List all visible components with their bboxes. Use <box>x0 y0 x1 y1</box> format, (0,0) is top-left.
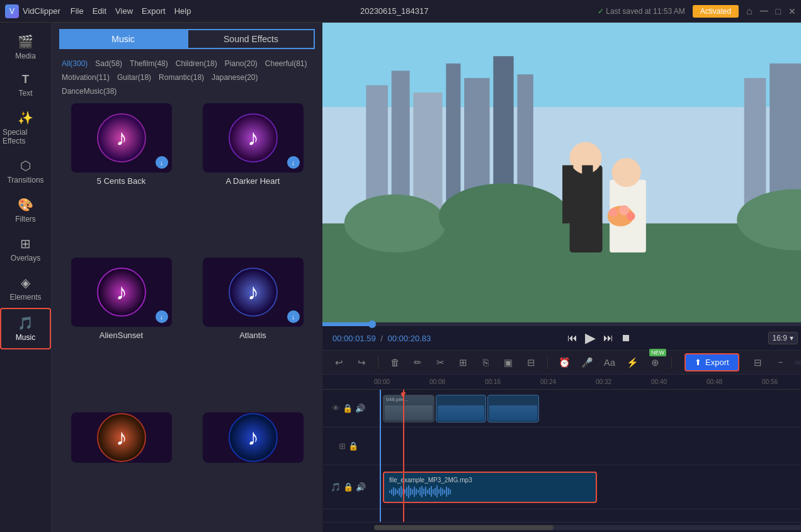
total-time: 00:00:20.83 <box>388 334 431 343</box>
filter-motivation[interactable]: Motivation(11) <box>59 72 112 83</box>
timeline-content: ▼ 048-pile... <box>374 390 801 522</box>
video-clip-3[interactable]: AlexPaig... <box>487 395 539 422</box>
zoom-out-button[interactable]: － <box>772 354 790 371</box>
wave-bar <box>442 489 443 495</box>
music-item-1[interactable]: ♪ ↓ 5 Cents Back <box>59 103 183 250</box>
aspect-ratio-value: 16:9 <box>773 334 787 342</box>
audio-vol-icon[interactable]: 🔊 <box>356 482 366 492</box>
filter-dancemusic[interactable]: DanceMusic(38) <box>59 86 119 97</box>
filter-all[interactable]: All(300) <box>59 58 90 69</box>
audio-button[interactable]: 🎤 <box>578 354 596 371</box>
undo-button[interactable]: ↩ <box>330 354 348 371</box>
menu-help[interactable]: Help <box>174 6 191 16</box>
tab-music[interactable]: Music <box>59 29 187 49</box>
svg-text:♪: ♪ <box>247 125 259 150</box>
music-item-4[interactable]: ♪ ↓ Atlantis <box>191 258 315 404</box>
copy-button[interactable]: ⎘ <box>477 354 494 371</box>
main-layout: 🎬 Media T Text ✨ Special Effects ⬡ Trans… <box>0 23 801 532</box>
music-label-4: Atlantis <box>239 331 266 340</box>
edit-button[interactable]: ✏ <box>409 354 426 371</box>
audio-lock-icon[interactable]: 🔒 <box>343 482 353 492</box>
video-clip-2[interactable]: AlexPaig... <box>436 395 486 422</box>
menu-edit[interactable]: Edit <box>93 6 106 16</box>
music-thumb-4: ♪ ↓ <box>203 258 304 327</box>
filter-children[interactable]: Children(18) <box>173 58 220 69</box>
sidebar-item-text[interactable]: T Text <box>0 67 51 104</box>
audio-eye-icon[interactable]: 🎵 <box>331 482 341 492</box>
menu-export[interactable]: Export <box>142 6 166 16</box>
clock-button[interactable]: ⏰ <box>555 354 573 371</box>
aspect-ratio-selector[interactable]: 16:9 ▾ <box>768 332 798 344</box>
fit-timeline-button[interactable]: ⊟ <box>749 354 767 371</box>
toolbar-divider-2 <box>547 356 548 369</box>
activated-button[interactable]: Activated <box>693 5 739 18</box>
music-item-3[interactable]: ♪ ↓ AlienSunset <box>59 258 183 404</box>
sidebar-item-special-effects[interactable]: ✨ Special Effects <box>0 104 51 152</box>
effect-button[interactable]: ⚡ <box>623 354 641 371</box>
ruler-mark-2: 00:16 <box>485 378 540 385</box>
filter-guitar[interactable]: Guitar(18) <box>115 72 154 83</box>
h-scrollbar-thumb[interactable] <box>374 525 554 530</box>
filter-sad[interactable]: Sad(58) <box>93 58 125 69</box>
sidebar-item-overlays[interactable]: ⊞ Overlays <box>0 230 51 269</box>
wave-bar <box>436 485 438 497</box>
play-button[interactable]: ▶ <box>585 330 596 346</box>
music-item-5[interactable]: ♪ <box>59 412 183 463</box>
special-effects-icon: ✨ <box>18 110 33 125</box>
video-clip-1[interactable]: 048-pile... <box>383 395 435 422</box>
cut-button[interactable]: ✂ <box>431 354 449 371</box>
menu-view[interactable]: View <box>115 6 133 16</box>
step-forward-button[interactable]: ⏭ <box>603 332 613 344</box>
stop-button[interactable]: ⏹ <box>621 332 631 344</box>
clip-2-thumb <box>438 405 484 421</box>
menu-file[interactable]: File <box>71 6 84 16</box>
svg-text:♪: ♪ <box>116 279 127 305</box>
filter-thefilm[interactable]: Thefilm(48) <box>127 58 171 69</box>
text-overlay-button[interactable]: Aa <box>601 354 618 371</box>
track-volume-icon[interactable]: 🔊 <box>355 404 365 413</box>
download-badge-4: ↓ <box>287 310 300 323</box>
delete-button[interactable]: 🗑 <box>386 354 404 371</box>
sidebar-item-elements[interactable]: ◈ Elements <box>0 269 51 308</box>
audio-clip[interactable]: file_example_MP3_2MG.mp3 <box>383 472 597 503</box>
close-icon[interactable]: ✕ <box>788 6 796 16</box>
sidebar: 🎬 Media T Text ✨ Special Effects ⬡ Trans… <box>0 23 52 532</box>
minimize-icon[interactable]: ─ <box>760 4 768 18</box>
svg-point-26 <box>344 195 446 252</box>
sidebar-item-media[interactable]: 🎬 Media <box>0 28 51 67</box>
sidebar-item-music[interactable]: 🎵 Music <box>0 308 51 349</box>
filter-japanese[interactable]: Japanese(20) <box>209 72 260 83</box>
bottom-scrollbar[interactable] <box>322 522 801 532</box>
ruler-mark-0: 00:00 <box>374 378 429 385</box>
music-item-6[interactable]: ♪ <box>191 412 315 463</box>
timeline-button[interactable]: ⊟ <box>522 354 540 371</box>
sidebar-item-filters[interactable]: 🎨 Filters <box>0 191 51 230</box>
track-add-icon[interactable]: ⊞ <box>339 441 346 451</box>
wave-bar <box>393 487 394 496</box>
filter-romantic[interactable]: Romantic(18) <box>156 72 207 83</box>
maximize-icon[interactable]: □ <box>776 6 781 16</box>
video-progress-bar[interactable] <box>322 322 801 326</box>
time-display: 00:00:01.59 / 00:00:20.83 <box>332 334 431 343</box>
redo-button[interactable]: ↪ <box>353 354 370 371</box>
filter-cheerful[interactable]: Cheerful(81) <box>263 58 310 69</box>
zoom-slider[interactable] <box>795 361 801 365</box>
music-item-2[interactable]: ♪ ↓ A Darker Heart <box>191 103 315 250</box>
home-icon[interactable]: ⌂ <box>746 6 753 17</box>
clip-button[interactable]: ▣ <box>499 354 517 371</box>
download-badge-1: ↓ <box>156 156 168 169</box>
filter-piano[interactable]: Piano(20) <box>222 58 260 69</box>
track-eye-icon[interactable]: 👁 <box>332 404 340 413</box>
export-button[interactable]: ⬆ Export <box>685 353 739 371</box>
music-grid: ♪ ↓ 5 Cents Back <box>52 98 322 532</box>
wave-bar <box>423 489 424 494</box>
download-badge-3: ↓ <box>156 310 168 323</box>
sidebar-item-transitions[interactable]: ⬡ Transitions <box>0 152 51 191</box>
track-lock2-icon[interactable]: 🔒 <box>348 441 358 451</box>
tab-sound-effects[interactable]: Sound Effects <box>187 29 315 49</box>
track-lock-icon[interactable]: 🔒 <box>343 404 353 413</box>
more-button[interactable]: ⊕ <box>646 354 664 371</box>
rewind-button[interactable]: ⏮ <box>567 332 577 344</box>
add-frame-button[interactable]: ⊞ <box>454 354 472 371</box>
wave-bar <box>408 485 409 498</box>
